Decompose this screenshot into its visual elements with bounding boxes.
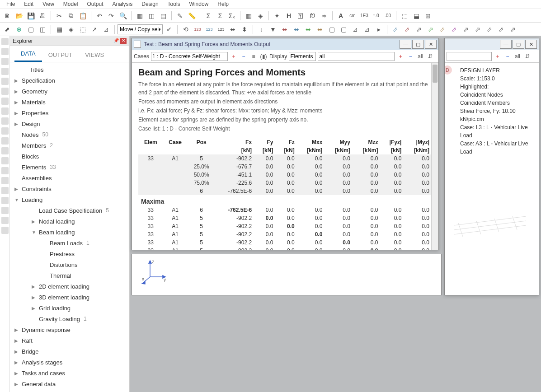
num-icon[interactable]: 123	[192, 24, 203, 35]
print-icon[interactable]: 🖶	[37, 10, 48, 21]
side-icon[interactable]	[1, 98, 9, 105]
diag-icon[interactable]: ⬀	[472, 24, 483, 35]
side-icon[interactable]	[1, 107, 9, 115]
tool-icon[interactable]: ▦	[243, 10, 254, 21]
tool-icon[interactable]: ⬍	[239, 24, 250, 35]
tree-item-thermal[interactable]: Thermal	[10, 270, 129, 281]
side-icon[interactable]	[1, 38, 9, 45]
key-icon[interactable]: ⚿	[295, 10, 306, 21]
side-icon[interactable]	[1, 58, 9, 65]
minus-icon[interactable]: −	[240, 52, 248, 61]
sigma-x-icon[interactable]: Σₓ	[226, 10, 237, 21]
tree-item-assemblies[interactable]: Assemblies	[10, 173, 129, 183]
ok-icon[interactable]: ✔	[164, 24, 174, 35]
tree-item-grid-loading[interactable]: ▶Grid loading	[10, 303, 129, 313]
bars-icon[interactable]: ≡	[249, 52, 258, 61]
plus-icon[interactable]: +	[230, 52, 238, 61]
side-icon[interactable]	[1, 177, 9, 184]
tree-item-gravity-loading[interactable]: Gravity Loading1	[10, 313, 129, 324]
text-icon[interactable]: A	[335, 10, 346, 21]
side-icon[interactable]	[1, 137, 9, 145]
save-icon[interactable]: 💾	[25, 10, 36, 21]
cut-icon[interactable]: ✂	[54, 10, 65, 21]
undo-icon[interactable]: ↶	[94, 10, 105, 21]
all-button[interactable]: all	[416, 52, 424, 61]
minimize-button[interactable]: —	[500, 40, 512, 49]
side-icon[interactable]	[1, 68, 9, 75]
side-icon[interactable]	[1, 187, 9, 194]
tree-item-bridge[interactable]: ▶Bridge	[10, 346, 129, 357]
tool-icon[interactable]: ⊿	[362, 24, 372, 35]
tool-icon[interactable]: ⊿	[101, 24, 112, 35]
beam-icon[interactable]: ⬌	[303, 24, 314, 35]
action-combo[interactable]	[118, 24, 163, 34]
plus-icon[interactable]: +	[396, 52, 405, 61]
diag-icon[interactable]: ⬀	[449, 24, 460, 35]
ruler-icon[interactable]: 📏	[186, 10, 197, 21]
paste-icon[interactable]: 📋	[77, 10, 88, 21]
side-icon[interactable]	[1, 157, 9, 164]
menu-help[interactable]: Help	[213, 0, 233, 9]
side-icon[interactable]	[1, 217, 9, 224]
tool-icon[interactable]: ▢	[326, 24, 337, 35]
tool-icon[interactable]: ◈	[255, 10, 266, 21]
new-icon[interactable]: 🗎	[2, 10, 13, 21]
menu-model[interactable]: Model	[59, 0, 83, 9]
tool-icon[interactable]: ▢	[25, 24, 36, 35]
design-titlebar[interactable]: — ▢ ✕	[445, 38, 539, 50]
tab-data[interactable]: DATA	[14, 47, 42, 62]
sigma-icon[interactable]: Σ	[203, 10, 214, 21]
tree-item-prestress[interactable]: Prestress	[10, 248, 129, 259]
tree-item-specification[interactable]: ▶Specification	[10, 75, 129, 86]
diag-icon[interactable]: ⬀	[414, 24, 424, 35]
tool-icon[interactable]: ▼	[268, 24, 278, 35]
menu-view[interactable]: View	[38, 0, 59, 9]
side-icon[interactable]	[1, 78, 9, 85]
side-icon[interactable]	[1, 117, 9, 125]
tool-icon[interactable]: ⟲	[180, 24, 191, 35]
tool-icon[interactable]: ⊿	[350, 24, 361, 35]
all-button[interactable]: all	[513, 52, 522, 61]
wand-icon[interactable]: ✦	[272, 10, 282, 21]
num-icon[interactable]: 123	[204, 24, 215, 35]
plus-icon[interactable]: +	[494, 52, 502, 61]
chart-icon[interactable]: ⊞	[423, 10, 433, 21]
tool-icon[interactable]: ◫	[37, 24, 48, 35]
copy-icon[interactable]: ⧉	[66, 10, 76, 21]
side-icon[interactable]	[1, 197, 9, 204]
scrollbar[interactable]	[431, 63, 438, 250]
close-button[interactable]: ✕	[425, 40, 437, 49]
diag-icon[interactable]: ⬀	[496, 24, 507, 35]
diag-icon[interactable]: ⬀	[390, 24, 401, 35]
sigma-icon[interactable]: Σ	[215, 10, 226, 21]
side-icon[interactable]	[1, 147, 9, 154]
menu-output[interactable]: Output	[83, 0, 108, 9]
tree-item-constraints[interactable]: ▶Constraints	[10, 183, 129, 194]
redo-icon[interactable]: ↷	[106, 10, 117, 21]
maximize-button[interactable]: ▢	[412, 40, 424, 49]
decimal-inc-icon[interactable]: ⁺.0	[371, 10, 381, 21]
tree-item-nodal-loading[interactable]: ▶Nodal loading	[10, 216, 129, 227]
beam-icon[interactable]: ⬌	[279, 24, 290, 35]
tree-item-properties[interactable]: ▶Properties	[10, 107, 129, 118]
unit-e3-icon[interactable]: 1E3	[359, 10, 370, 21]
side-icon[interactable]	[1, 167, 9, 174]
tool-icon[interactable]: ◫	[146, 10, 157, 21]
decimal-dec-icon[interactable]: .00	[382, 10, 393, 21]
menu-window[interactable]: Window	[185, 0, 213, 9]
tree-item-beam-loading[interactable]: ▼Beam loading	[10, 227, 129, 238]
tab-output[interactable]: OUTPUT	[42, 48, 79, 62]
target-icon[interactable]: ⊕	[14, 24, 24, 35]
diag-icon[interactable]: ⬀	[508, 24, 518, 35]
cases-select[interactable]	[151, 52, 228, 61]
tool-icon[interactable]: ▤	[158, 10, 169, 21]
filter-select[interactable]	[318, 52, 395, 61]
tree-item-design[interactable]: ▶Design	[10, 118, 129, 129]
diag-icon[interactable]: ⬀	[437, 24, 448, 35]
tree-item-members[interactable]: Members2	[10, 140, 129, 151]
pin-icon[interactable]: ⇵	[426, 52, 434, 61]
beam-icon[interactable]: ⬌	[315, 24, 325, 35]
fx-icon[interactable]: f0	[307, 10, 318, 21]
tree-item-distortions[interactable]: Distortions	[10, 259, 129, 270]
h-icon[interactable]: H	[283, 10, 294, 21]
